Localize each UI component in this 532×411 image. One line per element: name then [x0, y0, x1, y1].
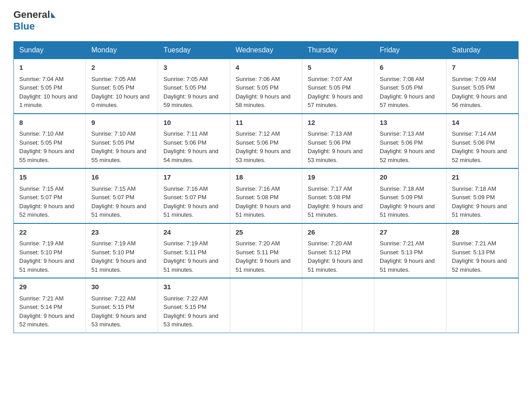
page-header: General Blue — [13, 9, 519, 32]
calendar-day-cell: 31Sunrise: 7:22 AMSunset: 5:15 PMDayligh… — [158, 278, 230, 333]
day-number: 28 — [452, 227, 513, 238]
day-number: 1 — [19, 63, 80, 73]
empty-cell — [230, 278, 302, 333]
day-info: Sunrise: 7:19 AMSunset: 5:11 PMDaylight:… — [163, 240, 219, 273]
calendar-day-cell: 1Sunrise: 7:04 AMSunset: 5:05 PMDaylight… — [14, 59, 86, 114]
day-number: 10 — [163, 118, 224, 128]
empty-cell — [302, 278, 374, 333]
calendar-day-cell: 20Sunrise: 7:18 AMSunset: 5:09 PMDayligh… — [374, 168, 446, 223]
day-number: 16 — [91, 172, 152, 183]
calendar-day-cell: 14Sunrise: 7:14 AMSunset: 5:06 PMDayligh… — [446, 114, 519, 169]
day-number: 4 — [236, 63, 296, 73]
day-info: Sunrise: 7:10 AMSunset: 5:05 PMDaylight:… — [91, 130, 146, 163]
day-info: Sunrise: 7:21 AMSunset: 5:14 PMDaylight:… — [19, 295, 74, 328]
day-info: Sunrise: 7:10 AMSunset: 5:05 PMDaylight:… — [19, 130, 74, 163]
calendar-day-cell: 24Sunrise: 7:19 AMSunset: 5:11 PMDayligh… — [158, 223, 230, 278]
day-info: Sunrise: 7:18 AMSunset: 5:09 PMDaylight:… — [452, 185, 507, 218]
day-number: 11 — [236, 118, 296, 128]
day-number: 15 — [19, 172, 80, 183]
day-number: 19 — [308, 172, 369, 183]
day-number: 20 — [380, 172, 441, 183]
calendar-table: SundayMondayTuesdayWednesdayThursdayFrid… — [13, 41, 519, 333]
day-number: 22 — [19, 227, 80, 238]
logo-general-text: General — [13, 9, 50, 21]
day-info: Sunrise: 7:08 AMSunset: 5:05 PMDaylight:… — [380, 76, 435, 109]
calendar-day-cell: 30Sunrise: 7:22 AMSunset: 5:15 PMDayligh… — [86, 278, 158, 333]
day-info: Sunrise: 7:11 AMSunset: 5:06 PMDaylight:… — [163, 130, 219, 163]
day-info: Sunrise: 7:19 AMSunset: 5:10 PMDaylight:… — [19, 240, 74, 273]
day-info: Sunrise: 7:15 AMSunset: 5:07 PMDaylight:… — [19, 185, 74, 218]
calendar-day-cell: 5Sunrise: 7:07 AMSunset: 5:05 PMDaylight… — [302, 59, 374, 114]
logo-arrow-icon — [51, 12, 56, 18]
day-number: 6 — [380, 63, 441, 73]
calendar-day-cell: 25Sunrise: 7:20 AMSunset: 5:11 PMDayligh… — [230, 223, 302, 278]
day-number: 25 — [236, 227, 296, 238]
day-number: 3 — [163, 63, 224, 73]
day-info: Sunrise: 7:14 AMSunset: 5:06 PMDaylight:… — [452, 130, 507, 163]
calendar-day-cell: 23Sunrise: 7:19 AMSunset: 5:10 PMDayligh… — [86, 223, 158, 278]
day-info: Sunrise: 7:04 AMSunset: 5:05 PMDaylight:… — [19, 76, 77, 109]
calendar-day-cell: 16Sunrise: 7:15 AMSunset: 5:07 PMDayligh… — [86, 168, 158, 223]
calendar-day-cell: 6Sunrise: 7:08 AMSunset: 5:05 PMDaylight… — [374, 59, 446, 114]
calendar-week-row: 15Sunrise: 7:15 AMSunset: 5:07 PMDayligh… — [14, 168, 519, 223]
day-number: 21 — [452, 172, 513, 183]
calendar-day-cell: 29Sunrise: 7:21 AMSunset: 5:14 PMDayligh… — [14, 278, 86, 333]
calendar-day-cell: 7Sunrise: 7:09 AMSunset: 5:05 PMDaylight… — [446, 59, 519, 114]
header-day-saturday: Saturday — [446, 42, 519, 59]
calendar-day-cell: 8Sunrise: 7:10 AMSunset: 5:05 PMDaylight… — [14, 114, 86, 169]
day-number: 2 — [91, 63, 152, 73]
header-day-thursday: Thursday — [302, 42, 374, 59]
day-info: Sunrise: 7:13 AMSunset: 5:06 PMDaylight:… — [380, 130, 435, 163]
day-number: 13 — [380, 118, 441, 128]
calendar-day-cell: 27Sunrise: 7:21 AMSunset: 5:13 PMDayligh… — [374, 223, 446, 278]
day-number: 30 — [91, 282, 152, 292]
day-number: 26 — [308, 227, 369, 238]
calendar-day-cell: 3Sunrise: 7:05 AMSunset: 5:05 PMDaylight… — [158, 59, 230, 114]
calendar-header: SundayMondayTuesdayWednesdayThursdayFrid… — [14, 42, 519, 59]
day-number: 8 — [19, 118, 80, 128]
calendar-day-cell: 26Sunrise: 7:20 AMSunset: 5:12 PMDayligh… — [302, 223, 374, 278]
day-number: 9 — [91, 118, 152, 128]
day-number: 5 — [308, 63, 369, 73]
calendar-day-cell: 22Sunrise: 7:19 AMSunset: 5:10 PMDayligh… — [14, 223, 86, 278]
day-info: Sunrise: 7:15 AMSunset: 5:07 PMDaylight:… — [91, 185, 146, 218]
day-number: 7 — [452, 63, 513, 73]
day-number: 18 — [236, 172, 296, 183]
logo-blue-row: Blue — [13, 21, 35, 32]
day-info: Sunrise: 7:12 AMSunset: 5:06 PMDaylight:… — [236, 130, 291, 163]
empty-cell — [446, 278, 519, 333]
calendar-day-cell: 12Sunrise: 7:13 AMSunset: 5:06 PMDayligh… — [302, 114, 374, 169]
logo-row: General — [13, 9, 56, 21]
calendar-day-cell: 18Sunrise: 7:16 AMSunset: 5:08 PMDayligh… — [230, 168, 302, 223]
header-day-monday: Monday — [86, 42, 158, 59]
logo-blue-text: Blue — [13, 21, 35, 32]
day-info: Sunrise: 7:20 AMSunset: 5:12 PMDaylight:… — [308, 240, 363, 273]
calendar-day-cell: 19Sunrise: 7:17 AMSunset: 5:08 PMDayligh… — [302, 168, 374, 223]
calendar-day-cell: 9Sunrise: 7:10 AMSunset: 5:05 PMDaylight… — [86, 114, 158, 169]
day-info: Sunrise: 7:18 AMSunset: 5:09 PMDaylight:… — [380, 185, 435, 218]
day-info: Sunrise: 7:16 AMSunset: 5:08 PMDaylight:… — [236, 185, 291, 218]
day-number: 14 — [452, 118, 513, 128]
day-info: Sunrise: 7:22 AMSunset: 5:15 PMDaylight:… — [163, 295, 219, 328]
header-day-tuesday: Tuesday — [158, 42, 230, 59]
day-info: Sunrise: 7:22 AMSunset: 5:15 PMDaylight:… — [91, 295, 146, 328]
day-info: Sunrise: 7:19 AMSunset: 5:10 PMDaylight:… — [91, 240, 146, 273]
day-info: Sunrise: 7:17 AMSunset: 5:08 PMDaylight:… — [308, 185, 363, 218]
day-info: Sunrise: 7:05 AMSunset: 5:05 PMDaylight:… — [163, 76, 219, 109]
calendar-day-cell: 4Sunrise: 7:06 AMSunset: 5:05 PMDaylight… — [230, 59, 302, 114]
calendar-day-cell: 21Sunrise: 7:18 AMSunset: 5:09 PMDayligh… — [446, 168, 519, 223]
header-day-sunday: Sunday — [14, 42, 86, 59]
calendar-day-cell: 28Sunrise: 7:21 AMSunset: 5:13 PMDayligh… — [446, 223, 519, 278]
empty-cell — [374, 278, 446, 333]
header-row: SundayMondayTuesdayWednesdayThursdayFrid… — [14, 42, 519, 59]
day-info: Sunrise: 7:09 AMSunset: 5:05 PMDaylight:… — [452, 76, 507, 109]
day-info: Sunrise: 7:21 AMSunset: 5:13 PMDaylight:… — [380, 240, 435, 273]
day-number: 29 — [19, 282, 80, 292]
calendar-week-row: 29Sunrise: 7:21 AMSunset: 5:14 PMDayligh… — [14, 278, 519, 333]
day-number: 12 — [308, 118, 369, 128]
day-info: Sunrise: 7:13 AMSunset: 5:06 PMDaylight:… — [308, 130, 363, 163]
calendar-week-row: 1Sunrise: 7:04 AMSunset: 5:05 PMDaylight… — [14, 59, 519, 114]
day-number: 23 — [91, 227, 152, 238]
day-number: 17 — [163, 172, 224, 183]
day-info: Sunrise: 7:06 AMSunset: 5:05 PMDaylight:… — [236, 76, 291, 109]
